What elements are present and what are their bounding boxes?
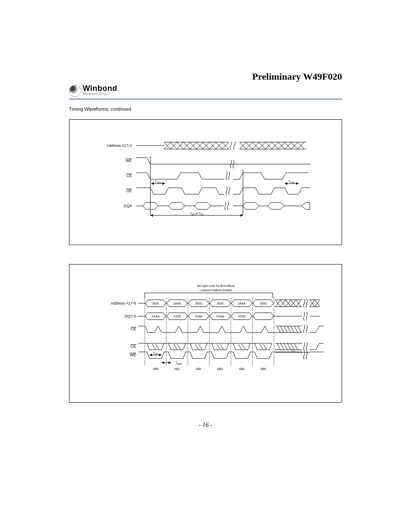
svg-line-98: [156, 344, 159, 349]
data-val-2: XX80: [195, 315, 202, 318]
svg-marker-49: [285, 182, 287, 185]
timing-svg-1: Address A17-0 WE CE OE DQ6: [69, 120, 342, 245]
svg-line-105: [238, 344, 242, 349]
fig2-caption2: Lockout Feature Enable: [200, 289, 232, 292]
data-val-0: XXAA: [152, 315, 160, 318]
svg-line-89: [280, 326, 284, 333]
header-divider: [69, 99, 342, 100]
svg-line-100: [177, 344, 181, 349]
svg-line-97: [152, 344, 156, 349]
dim-twp: TWP: [149, 352, 162, 356]
svg-marker-61: [150, 214, 153, 217]
logo: Winbond Electronics Corp.: [69, 84, 342, 97]
sb0: SB0: [153, 367, 158, 370]
svg-line-88: [277, 326, 280, 333]
address-bus-hatch-right: [240, 142, 306, 149]
svg-line-116: [294, 343, 298, 350]
addr-val-1: 2AAA: [173, 302, 181, 305]
break-addr: [230, 141, 235, 150]
svg-line-103: [217, 344, 220, 349]
dim-toes: TOES: [285, 180, 299, 185]
dq6-trace: [136, 202, 224, 209]
svg-line-102: [199, 344, 202, 349]
page: Preliminary W49F020 Winbond Electronics …: [0, 0, 411, 532]
ce-hatch: [275, 325, 324, 333]
dim-tbp-tec: TBP or TEC: [150, 212, 243, 217]
label-twph: TWPH: [175, 361, 182, 365]
data-val-3: XXAA: [216, 315, 224, 318]
fig2-caption1: Six byte code for Boot Block: [197, 284, 235, 288]
svg-line-92: [291, 326, 294, 333]
svg-marker-46: [151, 182, 154, 185]
svg-marker-50: [296, 182, 299, 185]
timing-diagram-1: Address A17-0 WE CE OE DQ6: [69, 119, 342, 245]
svg-marker-120: [149, 354, 152, 356]
svg-marker-123: [162, 361, 164, 364]
svg-marker-47: [162, 182, 165, 185]
label-dq70: DQ7-0: [125, 314, 136, 318]
ce-trace-2: [138, 326, 275, 333]
logo-company: Winbond: [83, 84, 117, 93]
timing-diagram-2: Six byte code for Boot Block Lockout Fea…: [69, 264, 342, 403]
svg-marker-124: [168, 361, 171, 364]
dim-twph: TWPH: [162, 361, 182, 365]
sb4: SB4: [239, 367, 244, 370]
label-ce2: CE: [131, 327, 136, 331]
svg-line-104: [220, 344, 224, 349]
label-address: Address A17-0: [106, 143, 132, 148]
sb2: SB2: [196, 367, 201, 370]
addr-val-2: 5555: [195, 302, 202, 305]
svg-line-106: [242, 344, 245, 349]
svg-line-90: [284, 326, 287, 333]
addr-hatch-right: [275, 299, 320, 308]
svg-line-101: [195, 344, 199, 349]
svg-line-99: [174, 344, 177, 349]
we-trace: [136, 158, 311, 164]
svg-line-107: [260, 344, 263, 349]
svg-line-94: [298, 326, 301, 333]
data-val-4: XX55: [238, 315, 245, 318]
label-oe: OE: [126, 189, 132, 193]
svg-line-112: [280, 343, 284, 350]
label-ce: CE: [126, 174, 132, 178]
logo-globe-icon: [69, 85, 81, 97]
addr-val-5: 5555: [260, 302, 267, 305]
svg-line-111: [277, 343, 280, 350]
timing-svg-2: Six byte code for Boot Block Lockout Fea…: [69, 264, 342, 402]
addr-val-3: 5555: [217, 302, 224, 305]
svg-line-108: [263, 344, 267, 349]
dim-toeh: TOEH: [151, 180, 165, 185]
sb1: SB1: [174, 367, 180, 370]
addr-val-0: 5555: [152, 302, 159, 305]
oe-trace: [136, 188, 224, 194]
label-oe2: OE: [131, 344, 136, 348]
svg-line-91: [287, 326, 291, 333]
svg-marker-62: [240, 214, 243, 217]
section-heading: Timing Waveforms, continued: [69, 106, 342, 112]
label-dq6: DQ6: [124, 204, 132, 208]
data-val-1: XX55: [173, 315, 181, 318]
sb3: SB3: [217, 367, 223, 370]
label-we: WE: [126, 159, 132, 163]
svg-marker-121: [159, 354, 162, 356]
we-trace-2: [138, 352, 302, 358]
label-addr2: Address A17-0: [111, 301, 136, 305]
addr-val-4: 2AAA: [238, 302, 246, 305]
svg-line-93: [294, 326, 298, 333]
svg-line-113: [284, 343, 287, 350]
ce-trace: [136, 173, 224, 179]
sb5: SB5: [260, 367, 266, 370]
document-title: Preliminary W49F020: [252, 71, 342, 82]
address-bus-hatch-left: [164, 142, 229, 149]
label-we2: WE: [130, 353, 137, 357]
page-number: - 16 -: [69, 422, 342, 429]
svg-line-114: [287, 343, 291, 350]
